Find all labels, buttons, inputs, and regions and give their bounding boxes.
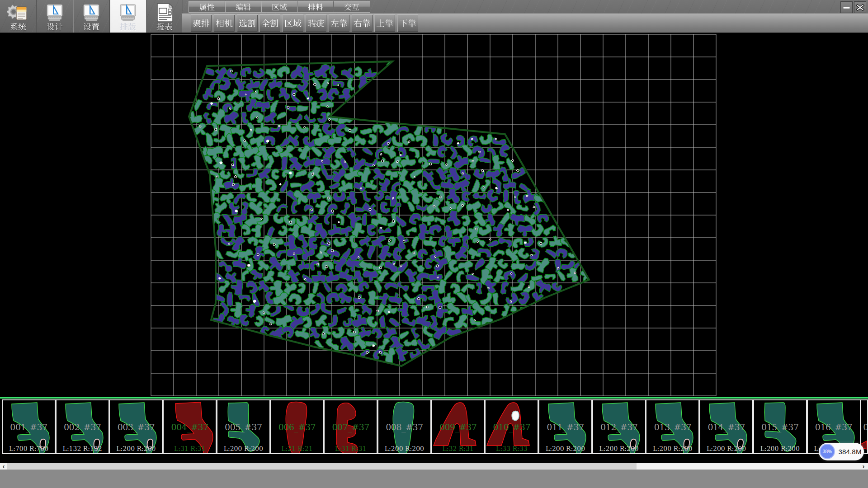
tool-button-左靠[interactable]	[329, 14, 349, 32]
thumbnail-001_#37[interactable]: 001_#37 L:700 R:700	[2, 399, 56, 454]
window-controls	[840, 1, 866, 13]
piece-lr-label: L:200 R:200	[378, 445, 430, 452]
gear-notepad-icon	[7, 3, 29, 23]
nesting-canvas[interactable]	[0, 33, 868, 397]
menu-tab-区域[interactable]	[261, 1, 297, 12]
design-board-icon	[44, 3, 66, 23]
piece-id-label: 016_#37	[808, 422, 860, 432]
tool-button-瑕疵[interactable]	[306, 14, 326, 32]
tool-button-区域[interactable]	[283, 14, 303, 32]
main-button-label	[83, 23, 99, 32]
menu-tab-属性[interactable]	[189, 1, 225, 12]
thumbnail-004_#37[interactable]: 004_#37 L:31 R:31	[163, 399, 217, 454]
piece-lr-label: L:200 R:200	[217, 445, 269, 452]
menu-tab-交互[interactable]	[334, 1, 370, 12]
thumbnail-009_#37[interactable]: 009_#37 L:32 R:31	[431, 399, 485, 454]
piece-id-label: 0	[861, 422, 867, 432]
memory-usage-label: 384.8M	[838, 443, 862, 460]
piece-lr-label: L:200 R:200	[593, 445, 645, 452]
minimize-button[interactable]	[840, 1, 853, 13]
piece-id-label: 008_#37	[378, 422, 430, 432]
application-window: 001_#37 L:700 R:700 002_#37 L:132 R:132 …	[0, 0, 868, 488]
report-doc-icon	[154, 3, 175, 23]
thumbnail-013_#37[interactable]: 013_#37 L:200 R:200	[646, 399, 699, 454]
piece-lr-label: L:700 R:700	[3, 445, 55, 452]
piece-lr-label: L:132 R:132	[57, 445, 108, 452]
piece-id-label: 013_#37	[646, 422, 698, 432]
piece-lr-label: L:21 R:21	[271, 445, 323, 452]
piece-lr-label: L:200 R:200	[700, 445, 752, 452]
thumbnail-007_#37[interactable]: 007_#37 L:31 R:31	[324, 399, 377, 454]
main-button-设计[interactable]	[37, 0, 73, 33]
bottom-status-bar	[0, 469, 868, 488]
tool-button-右靠[interactable]	[352, 14, 373, 32]
tool-button-聚排[interactable]	[191, 14, 212, 32]
menu-tab-strip	[189, 1, 370, 13]
tool-button-相机[interactable]	[214, 14, 235, 32]
thumbnail-010_#37[interactable]: 010_#37 L:33 R:33	[485, 399, 538, 454]
main-button-label	[156, 23, 173, 32]
tool-button-全割[interactable]	[259, 14, 280, 32]
tool-button-选割[interactable]	[237, 14, 258, 32]
piece-lr-label: L:200 R:200	[646, 445, 698, 452]
piece-id-label: 010_#37	[486, 422, 538, 432]
thumbnail-006_#37[interactable]: 006_#37 L:21 R:21	[270, 399, 324, 454]
minimize-icon	[841, 2, 852, 13]
piece-id-label: 011_#37	[539, 422, 591, 432]
piece-lr-label: L:200 R:200	[754, 445, 806, 452]
piece-id-label: 002_#37	[57, 422, 108, 432]
scroll-left-arrow[interactable]: ‹	[0, 463, 7, 469]
piece-lr-label: L:31 R:31	[325, 445, 377, 452]
progress-percent-badge: 38%	[820, 444, 835, 459]
close-icon	[854, 2, 866, 13]
thumbnail-011_#37[interactable]: 011_#37 L:200 R:200	[538, 399, 592, 454]
menu-tab-排料[interactable]	[297, 1, 334, 12]
thumbnail-012_#37[interactable]: 012_#37 L:200 R:200	[592, 399, 646, 454]
scroll-right-arrow[interactable]: ›	[860, 463, 867, 469]
nested-pieces	[185, 58, 592, 363]
piece-id-label: 014_#37	[700, 422, 752, 432]
piece-lr-label: L:33 R:33	[486, 445, 538, 452]
nesting-drawing	[0, 33, 868, 397]
strip-separator-line	[0, 397, 868, 399]
piece-id-label: 004_#37	[164, 422, 216, 432]
piece-lr-label: L:200 R:200	[539, 445, 591, 452]
menu-tab-编辑[interactable]	[225, 1, 261, 12]
status-badge: 38% 384.8M	[819, 443, 864, 460]
main-button-排版[interactable]	[110, 0, 146, 33]
main-button-label	[10, 23, 26, 32]
thumbnail-003_#37[interactable]: 003_#37 L:200 R:200	[109, 399, 163, 454]
design-board-icon	[80, 3, 102, 23]
tool-button-下靠[interactable]	[397, 14, 418, 32]
main-button-label	[120, 23, 136, 32]
scrollbar-thumb[interactable]	[7, 463, 637, 469]
design-board-icon	[117, 3, 139, 23]
piece-id-label: 005_#37	[217, 422, 269, 432]
main-button-系统[interactable]	[0, 0, 37, 33]
piece-id-label: 006_#37	[271, 422, 323, 432]
tool-button-上靠[interactable]	[374, 14, 395, 32]
horizontal-scrollbar[interactable]: ‹ ›	[0, 463, 868, 469]
notepad-icon	[16, 7, 27, 20]
piece-id-label: 015_#37	[754, 422, 806, 432]
toolbar	[0, 0, 868, 33]
main-toolbar-buttons	[0, 0, 183, 33]
main-button-label	[47, 23, 63, 32]
thumbnail-002_#37[interactable]: 002_#37 L:132 R:132	[56, 399, 109, 454]
piece-id-label: 009_#37	[432, 422, 484, 432]
piece-id-label: 001_#37	[3, 422, 55, 432]
thumbnail-014_#37[interactable]: 014_#37 L:200 R:200	[699, 399, 753, 454]
piece-lr-label: L:31 R:31	[164, 445, 216, 452]
thumbnail-008_#37[interactable]: 008_#37 L:200 R:200	[377, 399, 431, 454]
piece-id-label: 007_#37	[325, 422, 377, 432]
piece-id-label: 003_#37	[110, 422, 162, 432]
thumbnail-015_#37[interactable]: 015_#37 L:200 R:200	[753, 399, 807, 454]
piece-thumbnail-strip: 001_#37 L:700 R:700 002_#37 L:132 R:132 …	[0, 399, 868, 454]
thumbnail-005_#37[interactable]: 005_#37 L:200 R:200	[217, 399, 270, 454]
close-button[interactable]	[854, 1, 866, 13]
piece-lr-label: L:32 R:31	[432, 445, 484, 452]
piece-id-label: 012_#37	[593, 422, 645, 432]
main-button-报表[interactable]	[146, 0, 183, 33]
piece-lr-label: L:200 R:200	[110, 445, 162, 452]
main-button-设置[interactable]	[73, 0, 110, 33]
